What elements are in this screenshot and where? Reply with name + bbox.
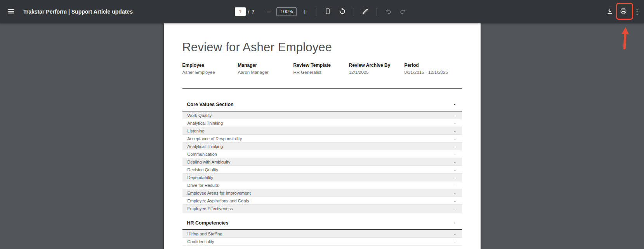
meta-label: Employee bbox=[182, 63, 238, 68]
toolbar-right: ⋮ bbox=[604, 5, 644, 18]
pdf-page: Review for Asher Employee Employee Asher… bbox=[164, 23, 481, 249]
review-item-row: Analytical Thinking - bbox=[182, 119, 462, 127]
row-value: - bbox=[454, 129, 456, 133]
section-hr-competencies: HR Competencies - Hiring and Staffing - … bbox=[182, 220, 462, 246]
more-options-icon: ⋮ bbox=[634, 7, 641, 16]
row-label: Employee Aspirations and Goals bbox=[187, 199, 249, 203]
section-header: HR Competencies - bbox=[182, 220, 462, 230]
rotate-icon bbox=[339, 8, 346, 16]
review-item-row: Drive for Results - bbox=[182, 181, 462, 189]
review-item-row: Acceptance of Responsibility - bbox=[182, 135, 462, 143]
row-label: Decision Quality bbox=[187, 167, 218, 172]
row-value: - bbox=[454, 175, 456, 180]
review-item-row: Decision Quality - bbox=[182, 166, 462, 174]
pdf-scroll-area[interactable]: Review for Asher Employee Employee Asher… bbox=[0, 23, 644, 249]
zoom-out-icon: − bbox=[266, 8, 271, 16]
review-item-row: Employee Areas for Improvement - bbox=[182, 189, 462, 197]
row-label: Communication bbox=[187, 152, 217, 157]
section-title: Core Values Section bbox=[187, 102, 234, 107]
fit-page-button[interactable] bbox=[321, 5, 334, 18]
row-value: - bbox=[454, 121, 456, 125]
row-value: - bbox=[454, 144, 456, 149]
page-separator: / bbox=[248, 9, 250, 15]
row-label: Employee Areas for Improvement bbox=[187, 191, 251, 195]
review-item-row: Listening - bbox=[182, 127, 462, 135]
zoom-in-button[interactable]: + bbox=[299, 5, 311, 18]
section-value: - bbox=[454, 220, 455, 226]
review-item-row: Hiring and Staffing - bbox=[182, 230, 462, 238]
meta-value: 8/31/2015 - 12/1/2025 bbox=[404, 70, 448, 75]
row-value: - bbox=[454, 232, 456, 236]
review-item-row: Employee Aspirations and Goals - bbox=[182, 197, 462, 205]
pdf-toolbar: Trakstar Perform | Support Article updat… bbox=[0, 0, 644, 23]
row-label: Listening bbox=[187, 129, 205, 133]
meta-value: 12/1/2025 bbox=[349, 70, 404, 75]
row-value: - bbox=[454, 191, 456, 195]
row-label: Analytical Thinking bbox=[187, 121, 223, 125]
row-label: Drive for Results bbox=[187, 183, 219, 188]
redo-button[interactable] bbox=[397, 5, 409, 18]
section-value: - bbox=[454, 102, 455, 107]
row-label: Dependability bbox=[187, 175, 214, 180]
row-value: - bbox=[454, 152, 456, 157]
meta-label: Period bbox=[404, 63, 448, 68]
row-label: Acceptance of Responsibility bbox=[187, 136, 242, 141]
row-value: - bbox=[454, 239, 456, 244]
undo-button[interactable] bbox=[382, 5, 394, 18]
review-item-row: Confidentiality - bbox=[182, 238, 462, 246]
review-item-row: Analytical Thinking - bbox=[182, 143, 462, 150]
section-title: HR Competencies bbox=[187, 220, 229, 226]
meta-label: Review Template bbox=[293, 63, 349, 68]
meta-value: Aaron Manager bbox=[238, 70, 293, 75]
zoom-level[interactable]: 100% bbox=[276, 7, 297, 16]
meta-field: Employee Asher Employee bbox=[182, 63, 238, 75]
review-meta: Employee Asher Employee Manager Aaron Ma… bbox=[182, 63, 462, 75]
more-options-button[interactable]: ⋮ bbox=[631, 5, 643, 18]
annotate-button[interactable] bbox=[359, 5, 371, 18]
review-item-row: Dealing with Ambiguity - bbox=[182, 158, 462, 166]
menu-button[interactable] bbox=[5, 5, 17, 18]
meta-field: Manager Aaron Manager bbox=[238, 63, 293, 75]
review-title: Review for Asher Employee bbox=[182, 23, 462, 54]
section-rows: Work Quality - Analytical Thinking - Lis… bbox=[182, 111, 462, 212]
toolbar-divider bbox=[354, 8, 354, 16]
redo-icon bbox=[399, 8, 406, 16]
header-divider bbox=[182, 88, 462, 89]
meta-value: Asher Employee bbox=[182, 70, 238, 75]
meta-value: HR Generalist bbox=[293, 70, 349, 75]
review-item-row: Dependability - bbox=[182, 174, 462, 181]
zoom-in-icon: + bbox=[303, 8, 307, 16]
rotate-button[interactable] bbox=[336, 5, 349, 18]
row-value: - bbox=[454, 167, 456, 172]
toolbar-divider bbox=[316, 8, 316, 16]
row-label: Analytical Thinking bbox=[187, 144, 223, 149]
meta-label: Manager bbox=[238, 63, 293, 68]
pen-icon bbox=[362, 8, 369, 16]
zoom-controls: − 100% + bbox=[262, 5, 311, 18]
row-label: Dealing with Ambiguity bbox=[187, 160, 231, 164]
page-number-input[interactable] bbox=[235, 7, 246, 16]
row-value: - bbox=[454, 113, 456, 118]
section-core-values: Core Values Section - Work Quality - Ana… bbox=[182, 102, 462, 212]
row-label: Confidentiality bbox=[187, 239, 214, 244]
meta-label: Review Archive By bbox=[349, 63, 404, 68]
row-label: Work Quality bbox=[187, 113, 212, 118]
meta-field: Period 8/31/2015 - 12/1/2025 bbox=[404, 63, 448, 75]
meta-field: Review Archive By 12/1/2025 bbox=[349, 63, 404, 75]
page-total: 7 bbox=[252, 9, 254, 15]
row-value: - bbox=[454, 206, 456, 211]
row-value: - bbox=[454, 136, 456, 141]
row-value: - bbox=[454, 199, 456, 203]
toolbar-center: / 7 − 100% + bbox=[235, 5, 410, 18]
review-item-row: Employee Effectiveness - bbox=[182, 205, 462, 212]
document-title-bar: Trakstar Perform | Support Article updat… bbox=[23, 9, 133, 15]
meta-field: Review Template HR Generalist bbox=[293, 63, 349, 75]
row-value: - bbox=[454, 183, 456, 188]
zoom-out-button[interactable]: − bbox=[262, 5, 274, 18]
print-button[interactable] bbox=[617, 5, 630, 18]
row-label: Hiring and Staffing bbox=[187, 232, 222, 236]
row-value: - bbox=[454, 160, 456, 164]
section-header: Core Values Section - bbox=[182, 102, 462, 111]
download-icon bbox=[606, 8, 613, 16]
download-button[interactable] bbox=[604, 5, 616, 18]
